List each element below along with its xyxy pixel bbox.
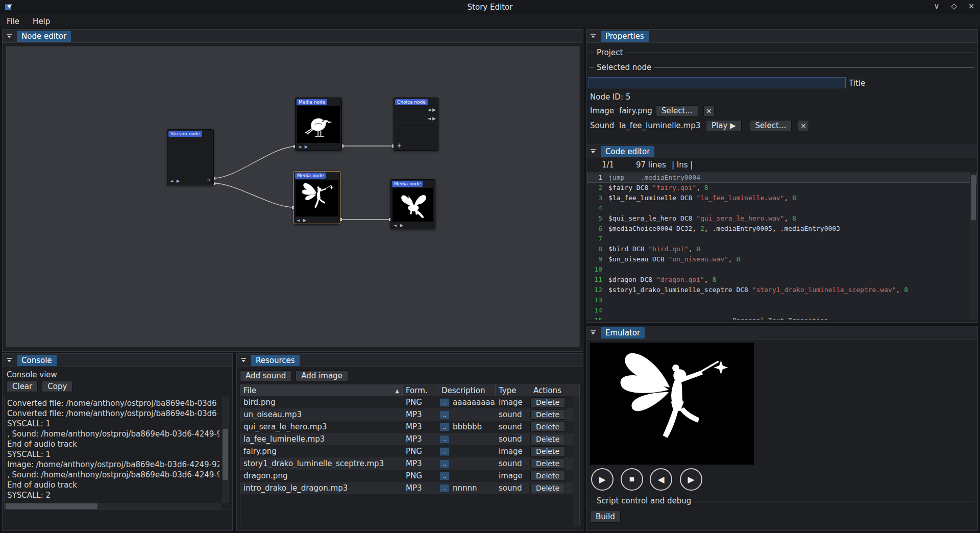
resources-scrollbar[interactable] xyxy=(573,396,579,526)
delete-button[interactable]: Delete xyxy=(530,471,565,481)
node-media-controls[interactable]: ◄ ▶ xyxy=(394,223,404,228)
graph-node[interactable]: Media node◄ ▶ xyxy=(293,171,340,224)
code-line[interactable]: 12$story1_drako_luminelle_sceptre DC8 "s… xyxy=(587,285,977,295)
edit-description-button[interactable]: .. xyxy=(439,410,450,419)
node-media-controls[interactable]: ◄ ▶ xyxy=(297,218,307,223)
resource-row[interactable]: dragon.pngPNG..imageDelete xyxy=(240,470,579,482)
resource-row[interactable]: qui_sera_le_hero.mp3MP3..bbbbbbsoundDele… xyxy=(240,421,579,433)
clear-button[interactable]: Clear xyxy=(7,381,38,392)
resource-row[interactable]: un_oiseau.mp3MP3..soundDelete xyxy=(240,408,579,421)
code-line[interactable]: 1jump ·· .mediaEntry0004 xyxy=(587,173,977,183)
select-image-button[interactable]: Select... xyxy=(656,105,698,116)
code-line[interactable]: 9$un_oiseau DC8 "un_oiseau.wav", 8 xyxy=(587,254,977,264)
graph-node[interactable]: Choice node◄ ▶◄ ▶+ xyxy=(394,98,438,151)
code-line[interactable]: 15 ------------------ Personal Text Tran… xyxy=(587,316,977,320)
delete-button[interactable]: Delete xyxy=(530,446,565,456)
resource-row[interactable]: la_fee_luminelle.mp3MP3..soundDelete xyxy=(240,433,579,445)
choice-row[interactable]: ◄ ▶ xyxy=(396,116,436,123)
code-line[interactable]: 8$bird DC8 "bird.qoi", 8 xyxy=(587,244,977,254)
console-view-label: Console view xyxy=(7,370,57,379)
delete-button[interactable]: Delete xyxy=(530,397,565,407)
menu-help[interactable]: Help xyxy=(26,15,57,28)
column-header-file[interactable]: File ▲ xyxy=(240,385,403,396)
graph-node[interactable]: Stream node◄ ▶P xyxy=(167,129,214,185)
console-vertical-scrollbar[interactable] xyxy=(222,397,229,503)
console-log-line: SYSCALL: 1 xyxy=(7,449,219,459)
step-forward-button[interactable]: ▶ xyxy=(680,468,702,491)
stop-button[interactable]: ■ xyxy=(621,468,643,491)
menu-file[interactable]: File xyxy=(0,15,26,28)
graph-node[interactable]: Media node◄ ▶ xyxy=(390,179,435,229)
code-line[interactable]: 7 xyxy=(587,234,977,244)
code-line[interactable]: 14 xyxy=(587,305,977,316)
clear-sound-button[interactable]: × xyxy=(798,120,809,131)
delete-button[interactable]: Delete xyxy=(530,409,565,420)
resource-file: qui_sera_le_hero.mp3 xyxy=(240,422,403,431)
console-log[interactable]: Converted file: /home/anthony/ostproj/ba… xyxy=(4,397,229,510)
edit-description-button[interactable]: .. xyxy=(439,472,450,480)
maximize-icon[interactable]: ◇ xyxy=(949,2,959,11)
resource-format: PNG xyxy=(403,398,438,407)
edit-description-button[interactable]: .. xyxy=(439,484,450,493)
minimize-icon[interactable]: ∨ xyxy=(932,2,941,11)
add-image-button[interactable]: Add image xyxy=(296,370,348,381)
code-line[interactable]: 13 xyxy=(587,295,977,305)
resource-row[interactable]: intro_drako_le_dragon.mp3MP3..nnnnnsound… xyxy=(240,482,579,494)
code-line[interactable]: 11$dragon DC8 "dragon.qoi", 8 xyxy=(587,275,977,285)
code-line[interactable]: 6$mediaChoice0004 DC32, 2, .mediaEntry00… xyxy=(587,224,977,234)
panel-menu-icon[interactable] xyxy=(5,356,14,365)
resource-row[interactable]: bird.pngPNG..aaaaaaaaaimageDelete xyxy=(240,396,579,408)
play-sound-button[interactable]: Play ▶ xyxy=(706,120,742,131)
close-icon[interactable]: × xyxy=(967,2,976,11)
delete-button[interactable]: Delete xyxy=(530,458,565,469)
code-text-area[interactable]: 1jump ·· .mediaEntry00042$fairy DC8 "fai… xyxy=(587,173,977,320)
graph-node[interactable]: Media node◄ ▶ xyxy=(295,98,342,151)
console-log-line: End of audio track xyxy=(7,439,219,449)
panel-menu-icon[interactable] xyxy=(5,32,14,41)
step-back-button[interactable]: ◀ xyxy=(650,468,672,491)
resource-row[interactable]: story1_drako_luminelle_sceptre.mp3MP3..s… xyxy=(240,457,579,470)
build-button[interactable]: Build xyxy=(590,510,621,523)
resource-format: MP3 xyxy=(403,459,438,468)
code-scrollbar[interactable] xyxy=(970,173,976,319)
scrollbar-thumb[interactable] xyxy=(971,175,976,220)
scrollbar-thumb[interactable] xyxy=(6,503,97,509)
clear-image-button[interactable]: × xyxy=(703,105,715,116)
copy-button[interactable]: Copy xyxy=(42,381,72,392)
edit-description-button[interactable]: .. xyxy=(439,447,450,456)
console-horizontal-scrollbar[interactable] xyxy=(5,503,222,510)
edit-description-button[interactable]: .. xyxy=(439,435,450,444)
emulator-panel: Emulator ▶ ■ ◀ ▶ Script control and debu… xyxy=(586,326,978,531)
title-input[interactable] xyxy=(589,77,846,88)
delete-button[interactable]: Delete xyxy=(530,434,565,444)
resource-row[interactable]: fairy.pngPNG..imageDelete xyxy=(240,445,579,457)
select-sound-button[interactable]: Select... xyxy=(750,120,792,131)
code-line[interactable]: 2$fairy DC8 "fairy.qoi", 8 xyxy=(587,183,977,193)
column-header-format[interactable]: Form. xyxy=(403,385,438,396)
panel-menu-icon[interactable] xyxy=(589,147,598,156)
column-header-actions[interactable]: Actions xyxy=(530,385,579,396)
panel-menu-icon[interactable] xyxy=(589,328,598,337)
choice-row[interactable]: ◄ ▶ xyxy=(396,107,436,114)
code-editor-header: Code editor xyxy=(586,145,977,158)
code-line[interactable]: 4 xyxy=(587,203,977,213)
node-canvas[interactable]: Stream node◄ ▶PMedia node◄ ▶Choice node◄… xyxy=(6,46,580,347)
edit-description-button[interactable]: .. xyxy=(439,398,450,407)
panel-menu-icon[interactable] xyxy=(239,356,248,365)
column-header-description[interactable]: Description xyxy=(438,385,496,396)
delete-button[interactable]: Delete xyxy=(530,483,565,493)
delete-button[interactable]: Delete xyxy=(530,422,565,432)
scrollbar-thumb[interactable] xyxy=(223,429,228,480)
add-choice-button[interactable]: + xyxy=(397,142,402,149)
edit-description-button[interactable]: .. xyxy=(439,459,450,468)
add-sound-button[interactable]: Add sound xyxy=(240,370,291,381)
panel-menu-icon[interactable] xyxy=(589,32,598,41)
edit-description-button[interactable]: .. xyxy=(439,423,450,431)
column-header-type[interactable]: Type xyxy=(496,385,530,396)
code-line[interactable]: 3$la_fee_luminelle DC8 "la_fee_luminelle… xyxy=(587,193,977,203)
panel-title: Resources xyxy=(251,355,300,366)
code-line[interactable]: 5$qui_sera_le_hero DC8 "qui_sera_le_hero… xyxy=(587,213,977,224)
code-line[interactable]: 10 xyxy=(587,264,977,275)
node-media-controls[interactable]: ◄ ▶ xyxy=(298,144,309,149)
play-button[interactable]: ▶ xyxy=(591,468,614,491)
